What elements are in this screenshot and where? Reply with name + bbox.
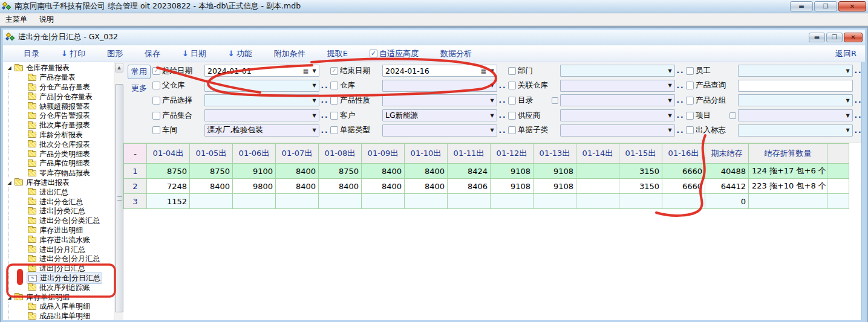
filter-checkbox[interactable] bbox=[152, 112, 160, 120]
browse-dots[interactable]: .. bbox=[675, 96, 686, 105]
scroll-thumb[interactable] bbox=[115, 84, 123, 312]
grid-cell[interactable]: 223 拖+10 包+8 个 bbox=[749, 179, 827, 194]
combo-box[interactable]: ▼ bbox=[204, 80, 319, 92]
tree-item[interactable]: 进出|分月汇总 bbox=[3, 245, 114, 254]
combo-box[interactable]: ▼ bbox=[382, 80, 497, 92]
grid-cell[interactable]: 7248 bbox=[147, 179, 190, 194]
grid-cell[interactable]: 9108 bbox=[491, 164, 534, 179]
browse-dots[interactable]: .. bbox=[319, 82, 330, 90]
tree-item[interactable]: 产品分类明细表 bbox=[3, 149, 114, 159]
browse-dots[interactable]: .. bbox=[675, 82, 686, 90]
tree-item-label-wrap[interactable]: 分仓库告警报表 bbox=[27, 111, 91, 121]
filter-checkbox[interactable] bbox=[508, 126, 516, 134]
filter-checkbox[interactable] bbox=[686, 82, 694, 89]
tree-item[interactable]: 库存进出明细 bbox=[3, 226, 114, 236]
grid-cell[interactable] bbox=[362, 194, 405, 209]
dropdown-arrow-icon[interactable]: ▼ bbox=[310, 68, 319, 74]
tree-item[interactable]: 缺额超额报警表 bbox=[3, 101, 114, 111]
minimize-button[interactable]: ▬ bbox=[790, 1, 813, 11]
tree-item-label-wrap[interactable]: 仓库存量报表 bbox=[13, 63, 71, 73]
grid-cell[interactable] bbox=[827, 179, 849, 194]
tree-item[interactable]: 产品|分仓存量表 bbox=[3, 92, 114, 101]
tree-item[interactable]: 分仓库告警报表 bbox=[3, 111, 114, 121]
tree-item-label-wrap[interactable]: 库龄分析报表 bbox=[27, 130, 84, 140]
tree-item[interactable]: 产品库位明细表 bbox=[3, 159, 114, 169]
close-button[interactable]: ✕ bbox=[838, 1, 866, 11]
combo-box[interactable]: ▼ bbox=[204, 94, 319, 106]
tree-item[interactable]: 进出分仓汇总 bbox=[3, 197, 114, 207]
filter-checkbox[interactable] bbox=[330, 126, 338, 134]
tree-item-label-wrap[interactable]: 产品库位明细表 bbox=[27, 158, 91, 169]
combo-box[interactable]: ▼ bbox=[738, 65, 853, 77]
date-input[interactable]: 2024-01-01▦▼ bbox=[204, 65, 319, 77]
grid-cell[interactable] bbox=[827, 194, 849, 209]
grid-cell[interactable] bbox=[827, 164, 849, 179]
grid-cell[interactable]: 8400 bbox=[276, 164, 319, 179]
dropdown-arrow-icon[interactable]: ▼ bbox=[665, 83, 674, 88]
dropdown-arrow-icon[interactable]: ▼ bbox=[488, 113, 497, 118]
filter-checkbox[interactable] bbox=[686, 67, 694, 75]
grid-cell[interactable] bbox=[534, 194, 576, 209]
filter-checkbox[interactable] bbox=[152, 82, 160, 89]
tree-item[interactable]: 进出分仓|分月汇总 bbox=[3, 254, 114, 264]
filter-checkbox[interactable] bbox=[330, 82, 338, 89]
calendar-icon[interactable]: ▦ bbox=[480, 68, 488, 74]
toolbar-catalog[interactable]: 目录 bbox=[24, 48, 39, 59]
grid-cell[interactable]: 64412 bbox=[705, 179, 749, 194]
tree-item-label-wrap[interactable]: 零库存物品报表 bbox=[27, 168, 91, 178]
grid-cell[interactable]: 9800 bbox=[233, 179, 276, 194]
grid-cell[interactable] bbox=[749, 194, 827, 209]
dropdown-arrow-icon[interactable]: ▼ bbox=[310, 98, 319, 103]
grid-cell[interactable] bbox=[405, 194, 448, 209]
browse-dots[interactable]: .. bbox=[675, 66, 686, 75]
toolbar-date[interactable]: ↓日期 bbox=[182, 48, 206, 59]
filter-checkbox[interactable] bbox=[508, 97, 516, 105]
grid-cell[interactable]: 8400 bbox=[190, 179, 233, 194]
browse-dots[interactable]: .. bbox=[319, 96, 330, 105]
tree-item[interactable]: 批次分仓库报表 bbox=[3, 140, 114, 149]
grid-cell[interactable] bbox=[233, 194, 276, 209]
row-number-cell[interactable]: 2 bbox=[124, 179, 147, 194]
filter-checkbox[interactable] bbox=[152, 97, 160, 105]
browse-dots[interactable]: .. bbox=[319, 111, 330, 120]
grid-cell[interactable]: 8750 bbox=[147, 164, 190, 179]
tree-item-label-wrap[interactable]: 进出分仓|分类汇总 bbox=[27, 216, 101, 226]
grid-cell[interactable]: 8406 bbox=[448, 179, 491, 194]
tree-item-label-wrap[interactable]: 进出|分类汇总 bbox=[27, 206, 86, 216]
tree-item[interactable]: 批次序列追踪账 bbox=[3, 283, 114, 292]
tree-expanded-icon[interactable]: ◢ bbox=[5, 65, 13, 71]
tree-item-label-wrap[interactable]: 成品入库单明细 bbox=[27, 301, 91, 312]
grid-cell[interactable]: 8400 bbox=[405, 164, 448, 179]
combo-box[interactable]: ▼ bbox=[204, 109, 319, 121]
grid-cell[interactable] bbox=[319, 194, 362, 209]
grid-cell[interactable]: 124 拖+17 包+6 个 bbox=[749, 164, 827, 179]
scroll-up-button[interactable]: ▲ bbox=[115, 63, 123, 72]
browse-dots[interactable]: .. bbox=[497, 126, 508, 135]
browse-dots[interactable]: .. bbox=[675, 111, 686, 120]
tree-item[interactable]: 成品入库单明细 bbox=[3, 302, 114, 312]
grid-cell[interactable]: 9100 bbox=[233, 164, 276, 179]
filter-checkbox[interactable] bbox=[686, 112, 694, 120]
filter-sub-checkbox[interactable] bbox=[552, 97, 558, 104]
combo-box[interactable]: ▼ bbox=[560, 65, 675, 77]
tree-item-label-wrap[interactable]: 进出汇总 bbox=[27, 187, 70, 198]
tree-item-label-wrap[interactable]: 进出分仓|分月汇总 bbox=[27, 254, 101, 264]
grid-cell[interactable]: 1152 bbox=[147, 194, 190, 209]
common-filters-button[interactable]: 常用 bbox=[128, 65, 151, 79]
dropdown-arrow-icon[interactable]: ▼ bbox=[843, 68, 852, 74]
menu-item-help[interactable]: 说明 bbox=[39, 14, 54, 25]
dropdown-arrow-icon[interactable]: ▼ bbox=[665, 98, 674, 103]
tree-item-label-wrap[interactable]: 缺额超额报警表 bbox=[27, 101, 91, 112]
grid-cell[interactable] bbox=[190, 194, 233, 209]
grid-cell[interactable]: 8750 bbox=[319, 164, 362, 179]
tree-item-label-wrap[interactable]: 产品存量表 bbox=[27, 72, 77, 83]
dropdown-arrow-icon[interactable]: ▼ bbox=[665, 127, 674, 133]
more-filters-link[interactable]: 更多 bbox=[131, 83, 147, 94]
tree-item-label-wrap[interactable]: 库存进出报表 bbox=[13, 178, 71, 188]
grid-cell[interactable]: 3150 bbox=[619, 179, 662, 194]
grid-cell[interactable] bbox=[491, 194, 534, 209]
auto-height-checkbox[interactable]: ✓ bbox=[370, 50, 377, 57]
toolbar-graphic[interactable]: 图形 bbox=[107, 48, 123, 59]
tree-item-label-wrap[interactable]: 分仓产品存量表 bbox=[27, 82, 91, 92]
filter-sub-checkbox[interactable] bbox=[729, 112, 736, 119]
